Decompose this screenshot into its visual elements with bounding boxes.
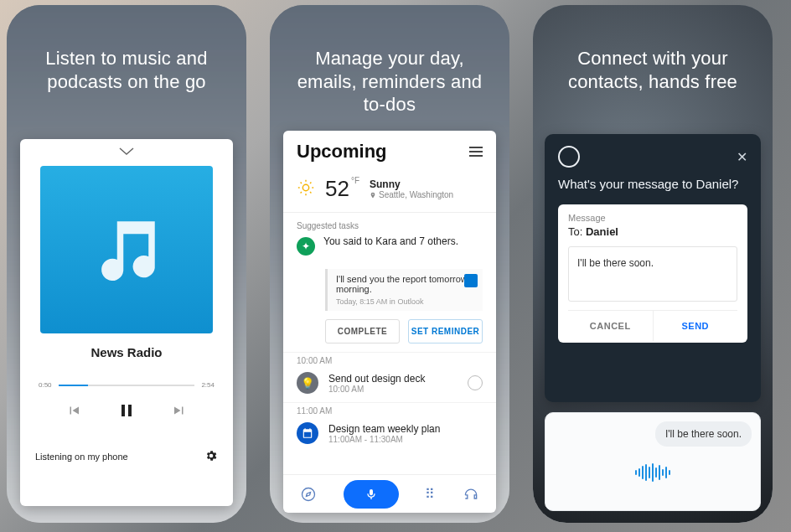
event-subtitle: 10:00 AM [328, 385, 425, 394]
close-icon[interactable]: ✕ [737, 149, 747, 165]
set-reminder-button[interactable]: SET REMINDER [408, 319, 483, 343]
calendar-icon [297, 422, 318, 444]
next-button[interactable] [172, 403, 187, 421]
weather-condition: Sunny [370, 178, 453, 190]
cancel-button[interactable]: CANCEL [568, 311, 654, 341]
event-title: Design team weekly plan [328, 423, 440, 435]
grid-icon[interactable]: ⠿ [425, 486, 436, 502]
event-item-2[interactable]: Design team weekly plan 11:00AM - 11:30A… [283, 417, 496, 452]
outlook-icon [464, 274, 478, 287]
time-slot-2: 11:00 AM [283, 402, 496, 417]
task-title: You said to Kara and 7 others. [323, 235, 483, 247]
message-body[interactable]: I'll be there soon. [568, 246, 737, 302]
suggested-task[interactable]: ✦ You said to Kara and 7 others. [283, 235, 496, 262]
listening-text: Listening on my phone [35, 452, 128, 462]
complete-button[interactable]: COMPLETE [325, 319, 400, 343]
mic-button[interactable] [344, 480, 399, 509]
promo-phone-1: Listen to music and podcasts on the go N… [7, 5, 246, 523]
time-slot-1: 10:00 AM [283, 352, 496, 367]
task-quote: I'll send you the report tomorrow mornin… [325, 269, 483, 311]
suggested-label: Suggested tasks [283, 213, 496, 235]
event-item-1[interactable]: 💡 Send out design deck 10:00 AM [283, 367, 496, 402]
menu-icon[interactable] [469, 147, 483, 157]
audio-wave-icon[interactable] [635, 463, 670, 482]
weather-row[interactable]: 52°F Sunny Seattle, Washington [283, 171, 496, 213]
weather-temp: 52°F [325, 176, 359, 202]
idea-icon: 💡 [297, 372, 318, 394]
message-label: Message [568, 213, 737, 223]
complete-ring[interactable] [468, 375, 483, 390]
chevron-down-icon[interactable] [20, 139, 233, 161]
music-note-icon [89, 212, 164, 287]
cortana-icon [558, 146, 580, 168]
chat-bubble: I'll be there soon. [655, 421, 752, 447]
weather-location: Seattle, Washington [370, 190, 453, 199]
upcoming-card: Upcoming 52°F Sunny Seattle [283, 131, 496, 513]
bottom-nav: ⠿ [283, 474, 496, 513]
sun-icon [297, 178, 315, 200]
promo-phone-3: Connect with your contacts, hands free ✕… [533, 5, 773, 523]
time-elapsed: 0:50 [39, 381, 52, 389]
send-button[interactable]: SEND [654, 311, 738, 341]
headline-3: Connect with your contacts, hands free [533, 5, 773, 93]
event-subtitle: 11:00AM - 11:30AM [328, 435, 440, 444]
svg-point-0 [302, 184, 308, 190]
task-quote-meta: Today, 8:15 AM in Outlook [336, 297, 476, 306]
event-title: Send out design deck [328, 373, 425, 385]
svg-point-1 [302, 488, 314, 500]
promo-phone-2: Manage your day, emails, reminders and t… [270, 5, 509, 523]
music-player-card: News Radio 0:50 2:54 Listening on my pho… [20, 139, 233, 506]
headset-icon[interactable] [463, 486, 479, 503]
gear-icon[interactable] [204, 449, 218, 464]
progress-bar[interactable] [59, 385, 195, 386]
compose-card: Message To: Daniel I'll be there soon. C… [558, 204, 747, 343]
task-status-icon: ✦ [297, 237, 315, 256]
compass-icon[interactable] [300, 486, 317, 503]
chat-area: I'll be there soon. [545, 412, 761, 511]
cortana-card: ✕ What's your message to Daniel? Message… [545, 134, 761, 402]
progress-row: 0:50 2:54 [20, 359, 233, 389]
album-art [40, 166, 213, 333]
pause-button[interactable] [116, 400, 137, 424]
upcoming-title: Upcoming [297, 141, 387, 163]
previous-button[interactable] [66, 403, 81, 421]
track-title: News Radio [20, 345, 233, 359]
message-to: To: Daniel [568, 225, 737, 238]
headline-2: Manage your day, emails, reminders and t… [270, 5, 509, 116]
headline-1: Listen to music and podcasts on the go [7, 5, 246, 93]
cortana-prompt: What's your message to Daniel? [558, 176, 747, 193]
time-total: 2:54 [201, 381, 215, 389]
